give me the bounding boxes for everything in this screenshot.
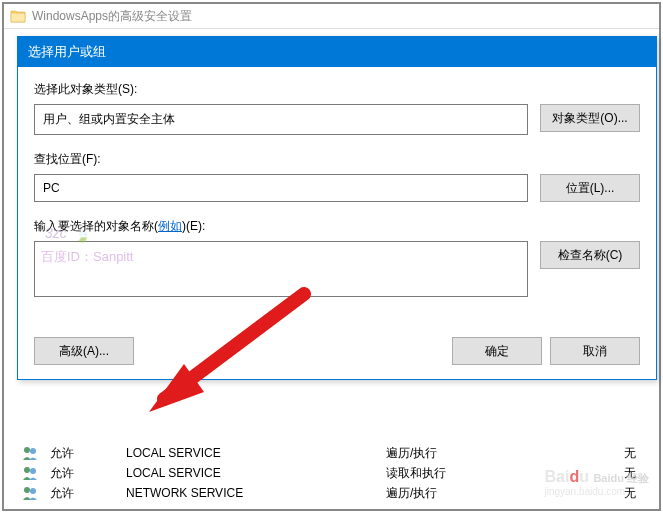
dialog-title: 选择用户或组 — [28, 43, 106, 61]
advanced-button[interactable]: 高级(A)... — [34, 337, 134, 365]
svg-point-0 — [24, 447, 30, 453]
parent-window-title: WindowsApps的高级安全设置 — [32, 8, 192, 25]
permission-cell: 遍历/执行 — [386, 445, 596, 462]
object-names-label: 输入要选择的对象名称(例如)(E): — [34, 218, 640, 235]
svg-point-2 — [24, 467, 30, 473]
svg-point-4 — [24, 487, 30, 493]
group-icon — [22, 465, 46, 481]
object-names-input[interactable]: 3zc🍃 百度ID：Sanpitt — [34, 241, 528, 297]
principal-cell: LOCAL SERVICE — [126, 466, 386, 480]
table-row[interactable]: 允许 LOCAL SERVICE 读取和执行 无 — [22, 463, 662, 483]
svg-point-1 — [30, 448, 36, 454]
access-cell: 允许 — [46, 485, 126, 502]
permission-cell: 读取和执行 — [386, 465, 596, 482]
principal-cell: LOCAL SERVICE — [126, 446, 386, 460]
table-row[interactable]: 允许 LOCAL SERVICE 遍历/执行 无 — [22, 443, 662, 463]
table-row[interactable]: 允许 NETWORK SERVICE 遍历/执行 无 — [22, 483, 662, 503]
check-names-button[interactable]: 检查名称(C) — [540, 241, 640, 269]
dialog-titlebar[interactable]: 选择用户或组 — [18, 37, 656, 67]
svg-point-3 — [30, 468, 36, 474]
inherit-cell: 无 — [596, 465, 636, 482]
principal-cell: NETWORK SERVICE — [126, 486, 386, 500]
folder-icon — [10, 9, 26, 23]
object-type-field: 用户、组或内置安全主体 — [34, 104, 528, 135]
ok-button[interactable]: 确定 — [452, 337, 542, 365]
inherit-cell: 无 — [596, 485, 636, 502]
location-label: 查找位置(F): — [34, 151, 640, 168]
object-types-button[interactable]: 对象类型(O)... — [540, 104, 640, 132]
location-field: PC — [34, 174, 528, 202]
example-link[interactable]: 例如 — [158, 219, 182, 233]
watermark-text: 百度ID：Sanpitt — [41, 248, 133, 266]
locations-button[interactable]: 位置(L)... — [540, 174, 640, 202]
permission-cell: 遍历/执行 — [386, 485, 596, 502]
group-icon — [22, 445, 46, 461]
svg-point-5 — [30, 488, 36, 494]
select-user-dialog: 选择用户或组 选择此对象类型(S): 用户、组或内置安全主体 对象类型(O)..… — [17, 36, 657, 380]
permissions-table: 允许 LOCAL SERVICE 遍历/执行 无 允许 LOCAL SERVIC… — [22, 443, 662, 503]
access-cell: 允许 — [46, 465, 126, 482]
inherit-cell: 无 — [596, 445, 636, 462]
access-cell: 允许 — [46, 445, 126, 462]
cancel-button[interactable]: 取消 — [550, 337, 640, 365]
group-icon — [22, 485, 46, 501]
object-type-label: 选择此对象类型(S): — [34, 81, 640, 98]
parent-window-titlebar: WindowsApps的高级安全设置 — [4, 4, 659, 29]
